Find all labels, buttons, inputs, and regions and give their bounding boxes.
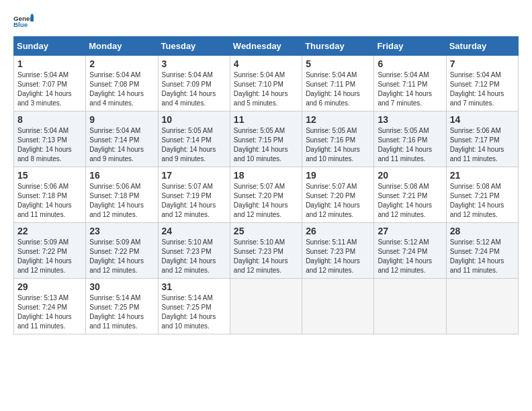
day-number: 3 <box>162 58 226 69</box>
day-number: 18 <box>234 170 298 181</box>
calendar-cell: 3Sunrise: 5:04 AM Sunset: 7:09 PM Daylig… <box>158 56 230 111</box>
calendar-week-row: 8Sunrise: 5:04 AM Sunset: 7:13 PM Daylig… <box>14 111 519 167</box>
calendar-week-row: 29Sunrise: 5:13 AM Sunset: 7:24 PM Dayli… <box>14 279 519 334</box>
day-number: 14 <box>450 114 515 125</box>
day-number: 9 <box>89 114 154 125</box>
calendar-cell: 11Sunrise: 5:05 AM Sunset: 7:15 PM Dayli… <box>230 111 302 167</box>
day-info: Sunrise: 5:05 AM Sunset: 7:14 PM Dayligh… <box>162 126 226 164</box>
day-number: 2 <box>89 58 154 69</box>
day-info: Sunrise: 5:09 AM Sunset: 7:22 PM Dayligh… <box>17 238 82 275</box>
day-number: 12 <box>306 114 370 125</box>
day-info: Sunrise: 5:05 AM Sunset: 7:16 PM Dayligh… <box>378 126 442 164</box>
day-info: Sunrise: 5:04 AM Sunset: 7:07 PM Dayligh… <box>17 71 82 108</box>
day-info: Sunrise: 5:14 AM Sunset: 7:25 PM Dayligh… <box>89 293 154 331</box>
day-number: 7 <box>450 58 515 69</box>
day-number: 13 <box>378 114 442 125</box>
calendar-cell: 16Sunrise: 5:06 AM Sunset: 7:18 PM Dayli… <box>86 167 158 223</box>
day-number: 10 <box>162 114 226 125</box>
day-info: Sunrise: 5:04 AM Sunset: 7:10 PM Dayligh… <box>234 71 298 108</box>
calendar-cell: 21Sunrise: 5:08 AM Sunset: 7:21 PM Dayli… <box>446 167 518 223</box>
logo: General Blue <box>13 13 34 30</box>
svg-marker-2 <box>31 15 34 21</box>
calendar-cell: 28Sunrise: 5:12 AM Sunset: 7:24 PM Dayli… <box>446 223 518 279</box>
calendar-cell: 4Sunrise: 5:04 AM Sunset: 7:10 PM Daylig… <box>230 56 302 111</box>
day-number: 28 <box>450 226 515 236</box>
calendar-cell: 20Sunrise: 5:08 AM Sunset: 7:21 PM Dayli… <box>374 167 446 223</box>
calendar-header-sunday: Sunday <box>14 37 86 56</box>
calendar-cell: 18Sunrise: 5:07 AM Sunset: 7:20 PM Dayli… <box>230 167 302 223</box>
calendar-header-row: SundayMondayTuesdayWednesdayThursdayFrid… <box>14 37 519 56</box>
calendar-cell: 9Sunrise: 5:04 AM Sunset: 7:14 PM Daylig… <box>86 111 158 167</box>
day-number: 27 <box>378 226 442 236</box>
day-number: 4 <box>234 58 298 69</box>
day-info: Sunrise: 5:07 AM Sunset: 7:19 PM Dayligh… <box>162 182 226 220</box>
calendar-cell: 13Sunrise: 5:05 AM Sunset: 7:16 PM Dayli… <box>374 111 446 167</box>
day-info: Sunrise: 5:13 AM Sunset: 7:24 PM Dayligh… <box>17 293 82 331</box>
day-info: Sunrise: 5:07 AM Sunset: 7:20 PM Dayligh… <box>306 182 370 220</box>
day-info: Sunrise: 5:06 AM Sunset: 7:18 PM Dayligh… <box>17 182 82 220</box>
day-number: 25 <box>234 226 298 236</box>
general-blue-logo-icon: General Blue <box>13 13 34 30</box>
calendar-cell: 30Sunrise: 5:14 AM Sunset: 7:25 PM Dayli… <box>86 279 158 334</box>
day-info: Sunrise: 5:04 AM Sunset: 7:09 PM Dayligh… <box>162 71 226 108</box>
day-info: Sunrise: 5:10 AM Sunset: 7:23 PM Dayligh… <box>162 238 226 275</box>
day-number: 21 <box>450 170 515 181</box>
day-info: Sunrise: 5:04 AM Sunset: 7:08 PM Dayligh… <box>89 71 154 108</box>
calendar-cell: 8Sunrise: 5:04 AM Sunset: 7:13 PM Daylig… <box>14 111 86 167</box>
calendar-header-tuesday: Tuesday <box>158 37 230 56</box>
day-info: Sunrise: 5:08 AM Sunset: 7:21 PM Dayligh… <box>450 182 515 220</box>
calendar-cell: 25Sunrise: 5:10 AM Sunset: 7:23 PM Dayli… <box>230 223 302 279</box>
day-info: Sunrise: 5:06 AM Sunset: 7:18 PM Dayligh… <box>89 182 154 220</box>
day-info: Sunrise: 5:04 AM Sunset: 7:11 PM Dayligh… <box>378 71 442 108</box>
calendar-cell: 19Sunrise: 5:07 AM Sunset: 7:20 PM Dayli… <box>302 167 374 223</box>
calendar-header-wednesday: Wednesday <box>230 37 302 56</box>
calendar-cell <box>446 279 518 334</box>
calendar-cell: 5Sunrise: 5:04 AM Sunset: 7:11 PM Daylig… <box>302 56 374 111</box>
day-number: 24 <box>162 226 226 236</box>
svg-text:Blue: Blue <box>13 21 28 28</box>
calendar-cell: 31Sunrise: 5:14 AM Sunset: 7:25 PM Dayli… <box>158 279 230 334</box>
day-info: Sunrise: 5:06 AM Sunset: 7:17 PM Dayligh… <box>450 126 515 164</box>
calendar-cell: 22Sunrise: 5:09 AM Sunset: 7:22 PM Dayli… <box>14 223 86 279</box>
calendar-cell <box>374 279 446 334</box>
calendar-cell: 17Sunrise: 5:07 AM Sunset: 7:19 PM Dayli… <box>158 167 230 223</box>
calendar-cell: 24Sunrise: 5:10 AM Sunset: 7:23 PM Dayli… <box>158 223 230 279</box>
day-info: Sunrise: 5:07 AM Sunset: 7:20 PM Dayligh… <box>234 182 298 220</box>
day-number: 19 <box>306 170 370 181</box>
calendar-table: SundayMondayTuesdayWednesdayThursdayFrid… <box>13 36 519 334</box>
day-info: Sunrise: 5:09 AM Sunset: 7:22 PM Dayligh… <box>89 238 154 275</box>
day-info: Sunrise: 5:08 AM Sunset: 7:21 PM Dayligh… <box>378 182 442 220</box>
day-number: 16 <box>89 170 154 181</box>
day-number: 29 <box>17 281 82 292</box>
day-info: Sunrise: 5:05 AM Sunset: 7:16 PM Dayligh… <box>306 126 370 164</box>
day-number: 15 <box>17 170 82 181</box>
calendar-cell: 29Sunrise: 5:13 AM Sunset: 7:24 PM Dayli… <box>14 279 86 334</box>
calendar-week-row: 15Sunrise: 5:06 AM Sunset: 7:18 PM Dayli… <box>14 167 519 223</box>
calendar-cell <box>302 279 374 334</box>
calendar-header-thursday: Thursday <box>302 37 374 56</box>
day-info: Sunrise: 5:04 AM Sunset: 7:13 PM Dayligh… <box>17 126 82 164</box>
day-info: Sunrise: 5:11 AM Sunset: 7:23 PM Dayligh… <box>306 238 370 275</box>
day-number: 23 <box>89 226 154 236</box>
day-number: 1 <box>17 58 82 69</box>
day-info: Sunrise: 5:04 AM Sunset: 7:12 PM Dayligh… <box>450 71 515 108</box>
calendar-cell: 23Sunrise: 5:09 AM Sunset: 7:22 PM Dayli… <box>86 223 158 279</box>
calendar-cell: 1Sunrise: 5:04 AM Sunset: 7:07 PM Daylig… <box>14 56 86 111</box>
calendar-header-monday: Monday <box>86 37 158 56</box>
calendar-cell: 7Sunrise: 5:04 AM Sunset: 7:12 PM Daylig… <box>446 56 518 111</box>
calendar-cell: 26Sunrise: 5:11 AM Sunset: 7:23 PM Dayli… <box>302 223 374 279</box>
day-number: 17 <box>162 170 226 181</box>
calendar-week-row: 1Sunrise: 5:04 AM Sunset: 7:07 PM Daylig… <box>14 56 519 111</box>
day-info: Sunrise: 5:04 AM Sunset: 7:11 PM Dayligh… <box>306 71 370 108</box>
header-section: General Blue <box>13 13 519 30</box>
day-number: 31 <box>162 281 226 292</box>
day-number: 11 <box>234 114 298 125</box>
calendar-header-friday: Friday <box>374 37 446 56</box>
day-info: Sunrise: 5:12 AM Sunset: 7:24 PM Dayligh… <box>450 238 515 275</box>
calendar-cell: 12Sunrise: 5:05 AM Sunset: 7:16 PM Dayli… <box>302 111 374 167</box>
calendar-cell: 2Sunrise: 5:04 AM Sunset: 7:08 PM Daylig… <box>86 56 158 111</box>
day-info: Sunrise: 5:12 AM Sunset: 7:24 PM Dayligh… <box>378 238 442 275</box>
day-number: 6 <box>378 58 442 69</box>
day-number: 26 <box>306 226 370 236</box>
calendar-cell: 27Sunrise: 5:12 AM Sunset: 7:24 PM Dayli… <box>374 223 446 279</box>
